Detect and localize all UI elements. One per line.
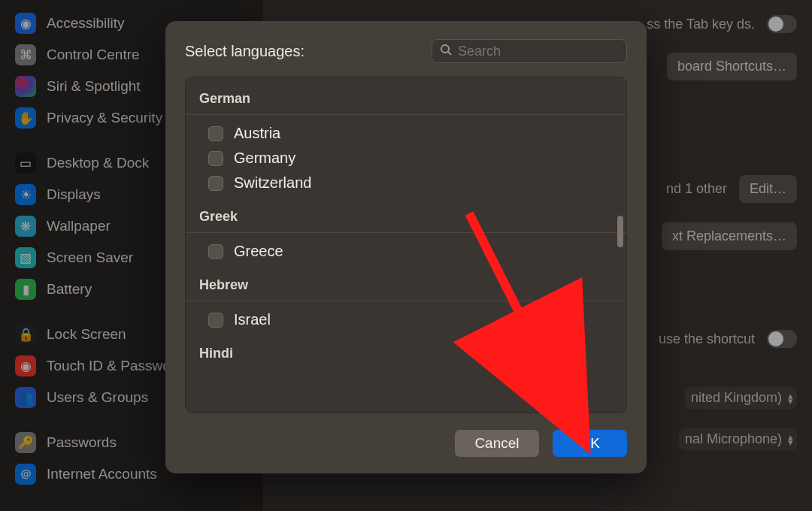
- language-row[interactable]: Switzerland: [186, 171, 626, 195]
- language-label: Israel: [234, 311, 271, 328]
- checkbox[interactable]: [208, 313, 223, 328]
- language-row[interactable]: Greece: [186, 239, 626, 264]
- group-header: Hindi: [186, 332, 626, 369]
- group-header: German: [186, 77, 626, 114]
- language-scroll[interactable]: German Austria Germany Switzerland Greek…: [186, 77, 626, 413]
- checkbox[interactable]: [208, 126, 223, 141]
- language-label: Austria: [234, 125, 280, 142]
- modal-title: Select languages:: [185, 43, 304, 60]
- group-header: Greek: [186, 195, 626, 232]
- svg-point-0: [441, 45, 449, 53]
- language-label: Germany: [234, 150, 295, 167]
- language-row[interactable]: Israel: [186, 307, 626, 332]
- ok-button[interactable]: OK: [553, 430, 627, 457]
- scrollbar-thumb[interactable]: [617, 216, 623, 247]
- svg-line-1: [448, 52, 451, 55]
- search-icon: [440, 44, 452, 59]
- language-label: Greece: [234, 243, 283, 260]
- search-field[interactable]: [432, 39, 627, 63]
- select-languages-modal: Select languages: German Austria Germany…: [165, 21, 647, 473]
- checkbox[interactable]: [208, 244, 223, 259]
- group-header: Hebrew: [186, 264, 626, 301]
- checkbox[interactable]: [208, 176, 223, 191]
- language-list: German Austria Germany Switzerland Greek…: [185, 77, 627, 413]
- language-row[interactable]: Germany: [186, 146, 626, 171]
- checkbox[interactable]: [208, 151, 223, 166]
- search-input[interactable]: [458, 44, 619, 59]
- cancel-button[interactable]: Cancel: [455, 430, 538, 457]
- language-row[interactable]: Austria: [186, 121, 626, 146]
- language-label: Switzerland: [234, 174, 311, 192]
